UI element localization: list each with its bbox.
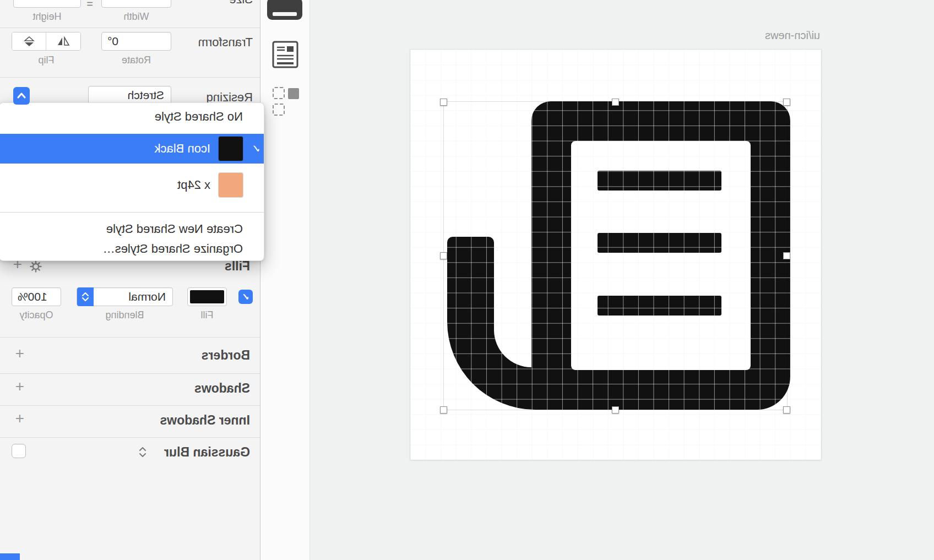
divider <box>0 77 260 78</box>
flip-horizontal-button[interactable] <box>47 32 81 50</box>
fill-color-well[interactable] <box>187 287 227 306</box>
frame-slot-icon <box>273 12 297 16</box>
fill-color-swatch <box>190 290 224 303</box>
news-icon[interactable] <box>447 101 790 410</box>
style-name: Icon Black <box>155 142 211 156</box>
menu-item-no-shared-style[interactable]: No Shared Style <box>0 107 264 126</box>
document-list-icon[interactable] <box>271 41 298 69</box>
dashed-square-icon <box>273 87 285 99</box>
width-field[interactable] <box>101 0 171 8</box>
inspector-panel: Size = Width Height Transform 0° Rotate <box>0 0 260 560</box>
borders-header: Borders <box>202 348 250 363</box>
add-inner-shadow-button[interactable]: + <box>15 411 24 426</box>
gaussian-blur-checkbox[interactable] <box>12 444 26 458</box>
fill-caption: Fill <box>187 309 227 321</box>
transform-label: Transform <box>198 35 253 50</box>
blending-stepper[interactable] <box>77 287 94 306</box>
blending-caption: Blending <box>77 309 173 321</box>
menu-item-x-24pt[interactable]: x 24pt <box>0 170 264 200</box>
flip-vertical-icon <box>23 36 35 47</box>
selection-handle-top-mid[interactable] <box>612 99 619 106</box>
menu-item-create-new-shared-style[interactable]: Create New Shared Style <box>0 220 264 238</box>
dashed-square-icon-2 <box>273 104 285 116</box>
artboard-label[interactable]: ui/icn-news <box>765 29 820 42</box>
style-swatch-black <box>219 137 243 161</box>
shared-style-popup: No Shared Style ✓ Icon Black x 24pt Crea… <box>0 102 264 261</box>
blending-value: Normal <box>128 290 166 303</box>
selection-handle-bottom-left[interactable] <box>783 406 790 414</box>
news-icon-line-2 <box>598 233 721 253</box>
size-link-icon: = <box>86 0 93 10</box>
divider <box>0 28 260 28</box>
plugin-toolbar <box>260 0 310 560</box>
gear-icon[interactable] <box>30 260 42 273</box>
divider <box>0 437 260 438</box>
flip-horizontal-icon <box>57 36 70 46</box>
news-icon-line-1 <box>598 171 721 191</box>
style-name: x 24pt <box>177 178 210 192</box>
fills-header: Fills <box>225 259 250 274</box>
app-window: ui/icn-news <box>0 0 934 560</box>
divider <box>0 373 260 374</box>
shared-style-stepper[interactable] <box>13 87 30 105</box>
rotate-caption: Rotate <box>101 55 171 66</box>
opacity-caption: Opacity <box>12 309 61 321</box>
height-field[interactable] <box>13 0 81 8</box>
menu-item-icon-black[interactable]: ✓ Icon Black <box>0 134 264 164</box>
checkmark-icon: ✓ <box>248 142 264 155</box>
selection-handle-top-left[interactable] <box>783 99 790 106</box>
selection-handle-top-right[interactable] <box>440 99 447 106</box>
divider <box>0 337 260 338</box>
fill-enabled-checkbox[interactable]: ✓ <box>238 290 253 304</box>
width-caption: Width <box>101 11 171 23</box>
flip-vertical-button[interactable] <box>12 32 47 50</box>
shadows-header: Shadows <box>194 381 250 396</box>
inner-shadows-header: Inner Shadows <box>160 413 250 428</box>
canvas[interactable]: ui/icn-news <box>310 0 934 560</box>
size-label: Size <box>229 0 253 7</box>
flip-button-group <box>12 32 81 51</box>
artboard-frame-icon[interactable] <box>267 0 302 20</box>
bottom-accent-button[interactable] <box>0 553 20 560</box>
selection-handle-mid-left[interactable] <box>783 252 790 259</box>
menu-item-organize-shared-styles[interactable]: Organize Shared Styles… <box>0 240 264 258</box>
selection-handle-mid-right[interactable] <box>440 252 447 259</box>
selection-handle-bottom-mid[interactable] <box>612 406 619 414</box>
gaussian-blur-header: Gaussian Blur <box>164 445 250 460</box>
height-caption: Height <box>13 11 81 23</box>
swap-styles-icon[interactable] <box>270 87 299 119</box>
add-border-button[interactable]: + <box>15 346 24 361</box>
blending-dropdown[interactable]: Normal <box>77 287 173 306</box>
menu-separator <box>0 212 264 213</box>
news-icon-line-3 <box>598 296 721 316</box>
resizing-dropdown[interactable]: Stretch <box>88 86 171 105</box>
blur-type-stepper-icon[interactable] <box>139 446 146 458</box>
flip-caption: Flip <box>12 55 81 66</box>
style-swatch-peach <box>219 173 243 197</box>
add-shadow-button[interactable]: + <box>15 379 24 394</box>
divider <box>0 405 260 406</box>
solid-square-icon <box>288 88 299 99</box>
artboard[interactable] <box>410 50 821 460</box>
rotate-field[interactable]: 0° <box>101 32 171 51</box>
selection-handle-bottom-right[interactable] <box>440 406 447 414</box>
opacity-field[interactable]: 100% <box>12 287 61 306</box>
